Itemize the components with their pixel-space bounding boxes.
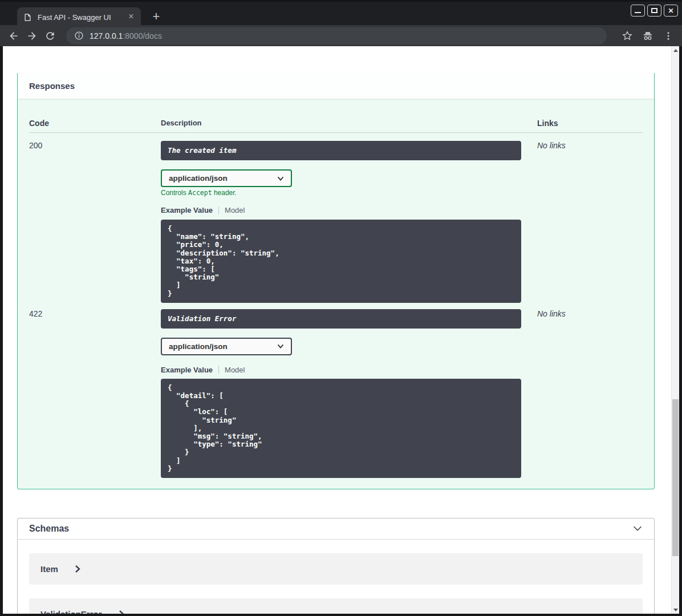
chevron-right-icon[interactable]: [74, 564, 81, 574]
url-host: 127.0.0.1: [90, 31, 123, 40]
profile-button[interactable]: [640, 28, 656, 44]
example-json: { "detail": [ { "loc": [ "string" ], "ms…: [168, 384, 514, 473]
url-path: :8000/docs: [123, 31, 162, 40]
schemas-section: Schemas Item ValidationError: [17, 518, 655, 614]
star-icon: [622, 30, 633, 42]
accept-header-note: Controls Accept header.: [161, 189, 521, 197]
response-links: No links: [521, 141, 643, 303]
chevron-right-icon[interactable]: [118, 609, 125, 614]
model-card-validationerror[interactable]: ValidationError: [29, 598, 643, 614]
maximize-icon: [651, 8, 657, 13]
schemas-header[interactable]: Schemas: [18, 518, 654, 540]
example-json-block: { "name": "string", "price": 0, "descrip…: [161, 220, 521, 303]
tab-divider: [218, 366, 219, 374]
page-content: Responses Code Description Links 200 The…: [3, 46, 679, 614]
scroll-down-icon: [673, 609, 678, 611]
browser-tab[interactable]: Fast API - Swagger UI ×: [17, 7, 141, 27]
tab-close-icon[interactable]: ×: [126, 12, 136, 22]
schemas-body: Item ValidationError: [18, 540, 654, 614]
tab-model[interactable]: Model: [225, 366, 245, 374]
browser-toolbar: 127.0.0.1:8000/docs: [0, 25, 682, 46]
responses-title: Responses: [29, 81, 75, 91]
chevron-down-icon: [276, 342, 285, 350]
tab-divider: [218, 206, 219, 214]
media-type-select[interactable]: application/json: [161, 169, 292, 187]
address-bar[interactable]: 127.0.0.1:8000/docs: [66, 27, 607, 44]
menu-button[interactable]: [660, 28, 676, 44]
responses-table: Code Description Links 200 The created i…: [29, 119, 643, 478]
scrollbar-thumb[interactable]: [672, 399, 679, 556]
scroll-up-button[interactable]: [672, 46, 679, 54]
media-type-value: application/json: [169, 342, 228, 351]
incognito-icon: [642, 30, 654, 42]
response-row-200: 200 The created item application/json Co…: [29, 133, 643, 303]
media-type-value: application/json: [169, 174, 228, 183]
example-json: { "name": "string", "price": 0, "descrip…: [168, 225, 514, 298]
chevron-down-icon[interactable]: [631, 522, 644, 535]
model-card-item[interactable]: Item: [29, 553, 643, 585]
status-code: 200: [29, 141, 161, 303]
reload-icon: [44, 30, 56, 42]
minimize-icon: [635, 12, 641, 13]
example-model-tabs: Example Value Model: [161, 366, 521, 374]
response-description-cell: Validation Error application/json Exampl…: [161, 309, 521, 478]
scroll-down-button[interactable]: [672, 606, 679, 614]
maximize-button[interactable]: [647, 5, 661, 17]
url-text: 127.0.0.1:8000/docs: [90, 31, 162, 40]
model-name: ValidationError: [40, 609, 102, 614]
info-icon[interactable]: [74, 31, 84, 40]
column-header-links: Links: [521, 119, 643, 128]
window-controls: ✕: [631, 5, 678, 17]
column-header-description: Description: [161, 119, 521, 128]
close-button[interactable]: ✕: [664, 5, 678, 17]
reload-button[interactable]: [42, 28, 58, 44]
forward-icon: [26, 30, 38, 42]
example-json-block: { "detail": [ { "loc": [ "string" ], "ms…: [161, 379, 521, 478]
column-header-code: Code: [29, 119, 161, 128]
page-scrollbar[interactable]: [671, 46, 679, 614]
forward-button[interactable]: [24, 28, 40, 44]
tab-model[interactable]: Model: [225, 206, 245, 214]
browser-titlebar: Fast API - Swagger UI × + ✕: [0, 0, 682, 25]
response-row-422: 422 Validation Error application/json Ex…: [29, 303, 643, 478]
back-button[interactable]: [6, 28, 22, 44]
kebab-menu-icon: [663, 31, 673, 41]
model-name: Item: [40, 564, 58, 574]
example-model-tabs: Example Value Model: [161, 206, 521, 214]
tab-example-value[interactable]: Example Value: [161, 206, 213, 214]
close-icon: ✕: [668, 7, 673, 14]
tab-example-value[interactable]: Example Value: [161, 366, 213, 374]
tab-title: Fast API - Swagger UI: [38, 13, 123, 22]
response-links: No links: [521, 309, 643, 478]
media-type-select[interactable]: application/json: [161, 338, 292, 355]
bookmark-button[interactable]: [619, 28, 635, 44]
status-code: 422: [29, 309, 161, 478]
response-description: Validation Error: [161, 309, 521, 329]
scroll-up-icon: [673, 49, 678, 52]
response-description: The created item: [161, 141, 521, 160]
operation-block: Responses Code Description Links 200 The…: [17, 73, 655, 489]
responses-section-header[interactable]: Responses: [18, 73, 654, 99]
responses-table-header: Code Description Links: [29, 119, 643, 133]
chevron-down-icon: [276, 175, 285, 183]
schemas-title: Schemas: [29, 524, 69, 534]
minimize-button[interactable]: [631, 5, 645, 17]
document-icon: [23, 13, 32, 22]
response-description-cell: The created item application/json Contro…: [161, 141, 521, 303]
back-icon: [8, 30, 19, 42]
new-tab-button[interactable]: +: [148, 9, 164, 25]
